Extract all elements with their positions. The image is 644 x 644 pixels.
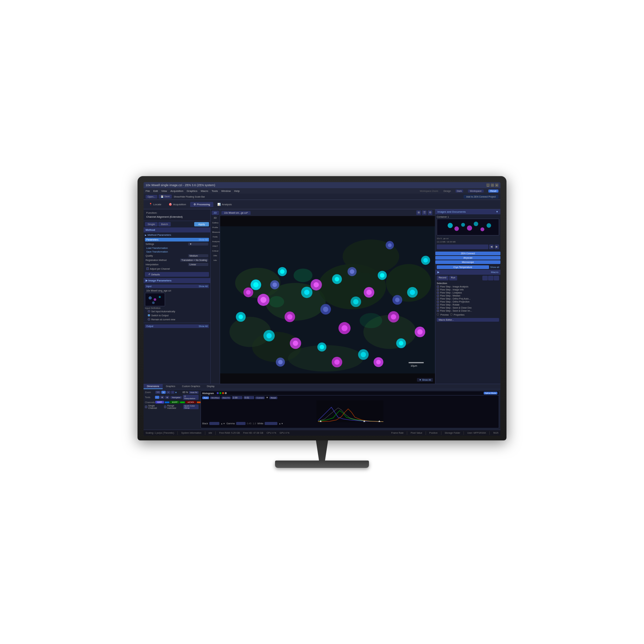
zoom-in-button[interactable]: +: [166, 391, 170, 394]
menu-help[interactable]: Help: [234, 190, 239, 193]
show-all-overlay[interactable]: ▼ Show All: [417, 378, 433, 382]
gamma-input[interactable]: 1.00: [236, 422, 246, 425]
tool-analysis[interactable]: Analysis: [212, 239, 219, 244]
tool-measure[interactable]: Measure: [212, 230, 219, 234]
add-to-zen-button[interactable]: Add to ZEN Connect Project: [464, 195, 498, 199]
tool-critical[interactable]: Critical: [212, 249, 219, 253]
tab-acquisition[interactable]: 🎯 Acquisition: [165, 202, 190, 207]
tool-zoom-button[interactable]: ⊕: [165, 396, 169, 399]
navigator-button[interactable]: Navigator: [170, 396, 182, 399]
doc-btn-1[interactable]: [437, 245, 488, 249]
flow-item-median[interactable]: Flow Step - Median: [435, 294, 500, 297]
tool-profile[interactable]: Profile: [212, 225, 219, 229]
tool-info[interactable]: Info: [212, 258, 219, 262]
macro-btn-4[interactable]: [488, 276, 493, 280]
method-params-header[interactable]: ▶ Method Parameters: [144, 232, 210, 237]
tool-2d[interactable]: 2D: [212, 211, 219, 215]
flow-item-analysis[interactable]: Flow Step - Image Analysis: [435, 285, 500, 288]
flow-checkbox-2[interactable]: [437, 288, 439, 291]
zen-connect-button[interactable]: ZEN Connect: [435, 252, 500, 255]
flow-item-lowpass[interactable]: Flow Step - Lowpass: [435, 291, 500, 294]
single-channel-checkbox[interactable]: [145, 406, 147, 408]
menu-file[interactable]: File: [146, 190, 150, 193]
hist-input-1[interactable]: [232, 396, 243, 399]
tab-processing[interactable]: ⚙ Processing: [190, 202, 214, 207]
hist-auto-button[interactable]: Auto: [202, 396, 209, 399]
reset-button[interactable]: Reset: [488, 190, 498, 193]
flow-item-save-close-doc[interactable]: Flow Step - Save & Close Doc: [435, 306, 500, 309]
flow-checkbox-1[interactable]: [437, 285, 439, 288]
macro-header[interactable]: ▶ Macro: [435, 270, 500, 275]
remain-view-radio[interactable]: [148, 318, 150, 321]
grid-view-button[interactable]: ⊞: [416, 210, 421, 215]
output-show-all[interactable]: Show All: [199, 325, 208, 327]
black-up[interactable]: ▲: [221, 423, 223, 425]
egfp-channel-button[interactable]: EGFP: [170, 401, 179, 404]
mcherry-channel-button[interactable]: mChOr: [185, 401, 196, 404]
theme-dropdown[interactable]: Dark: [455, 190, 463, 193]
macro-editor-button[interactable]: Macro Editor...: [437, 318, 499, 322]
zoom-fill-button[interactable]: ⊞: [161, 391, 166, 394]
list-view-button[interactable]: ☰: [422, 210, 427, 215]
macro-btn-5[interactable]: [494, 276, 499, 280]
parameters-row[interactable]: Parameters Show All: [145, 238, 209, 241]
doc-btn-3[interactable]: ▶: [494, 245, 499, 249]
tool-folds[interactable]: Folds: [212, 235, 219, 239]
maximize-button[interactable]: □: [491, 183, 494, 187]
hist-current-button[interactable]: Current: [255, 396, 265, 399]
flow-item-ortho-proj[interactable]: Flow Step - Ortho Projection: [435, 300, 500, 303]
flow-checkbox-9[interactable]: [437, 310, 439, 312]
open-button[interactable]: Open...: [146, 195, 157, 199]
menu-graphics[interactable]: Graphics: [187, 190, 198, 193]
flow-checkbox-6[interactable]: [437, 301, 439, 303]
tool-gallery[interactable]: Gallery: [212, 221, 219, 225]
run-button[interactable]: Run: [449, 276, 458, 280]
hist-input-2[interactable]: [244, 396, 254, 399]
defaults-button[interactable]: ↺ Defaults: [145, 272, 209, 277]
range-indicator-checkbox[interactable]: [164, 406, 166, 408]
menu-acquisition[interactable]: Acquisition: [170, 190, 183, 193]
single-mode-button[interactable]: Single: [145, 222, 158, 226]
bottom-tab-display[interactable]: Display: [204, 384, 218, 389]
batch-mode-button[interactable]: Batch: [158, 222, 170, 226]
tool-select-button[interactable]: ↖: [155, 396, 159, 399]
flow-checkbox-4[interactable]: [437, 294, 439, 297]
tool-utils[interactable]: Utils: [212, 254, 219, 258]
tab-analysis[interactable]: 📊 Analysis: [214, 202, 235, 207]
menu-tools[interactable]: Tools: [212, 190, 218, 193]
properties-radio[interactable]: [450, 313, 452, 316]
zoom-out-button[interactable]: -: [171, 391, 174, 394]
doc-thumbnail[interactable]: [437, 219, 499, 235]
menu-view[interactable]: View: [161, 190, 167, 193]
quality-dropdown[interactable]: Medium: [188, 254, 208, 257]
reg-method-dropdown[interactable]: Translation + No Scaling: [180, 259, 208, 262]
hist-bestfit-button[interactable]: Best Fit: [221, 396, 231, 399]
white-down[interactable]: ▼: [281, 423, 283, 425]
black-down[interactable]: ▼: [223, 423, 225, 425]
cryo-temp-button[interactable]: Cryo Temperature: [437, 265, 489, 269]
menu-edit[interactable]: Edit: [153, 190, 158, 193]
zoom-fit-button[interactable]: 1:1: [155, 391, 161, 394]
flow-item-image-info[interactable]: Flow Step - Image Info: [435, 288, 500, 291]
airyscan-button[interactable]: Airyscan: [435, 256, 500, 260]
menu-window[interactable]: Window: [221, 190, 231, 193]
flow-item-ortho-auto[interactable]: Flow Step - Ortho Proj Auto...: [435, 297, 500, 300]
bottom-tab-graphics[interactable]: Graphics: [163, 384, 179, 389]
save-transform-link[interactable]: Save Transformation: [144, 250, 210, 254]
record-button[interactable]: Record: [437, 276, 448, 280]
flow-item-save-close-im[interactable]: Flow Step - Save & Close Im...: [435, 309, 500, 312]
tool-pan-button[interactable]: ✥: [160, 396, 164, 399]
save-button[interactable]: 💾 Save: [159, 195, 172, 199]
bottom-tab-custom-graphics[interactable]: Custom Graphics: [179, 384, 204, 389]
bottom-tab-dimensions[interactable]: Dimensions: [144, 384, 163, 389]
set-input-auto-radio[interactable]: [148, 310, 150, 313]
spline-mode-button[interactable]: Spline Mode: [484, 392, 497, 394]
apply-button[interactable]: Apply: [194, 222, 209, 226]
white-input[interactable]: 13450: [265, 422, 277, 425]
zoom-slider[interactable]: [175, 392, 177, 393]
white-up[interactable]: ▲: [279, 423, 281, 425]
hist-arrow-down[interactable]: ▼: [266, 396, 268, 399]
tool-3d[interactable]: 3D: [212, 216, 219, 220]
minimize-button[interactable]: _: [486, 183, 490, 187]
switch-output-radio[interactable]: [148, 314, 150, 317]
